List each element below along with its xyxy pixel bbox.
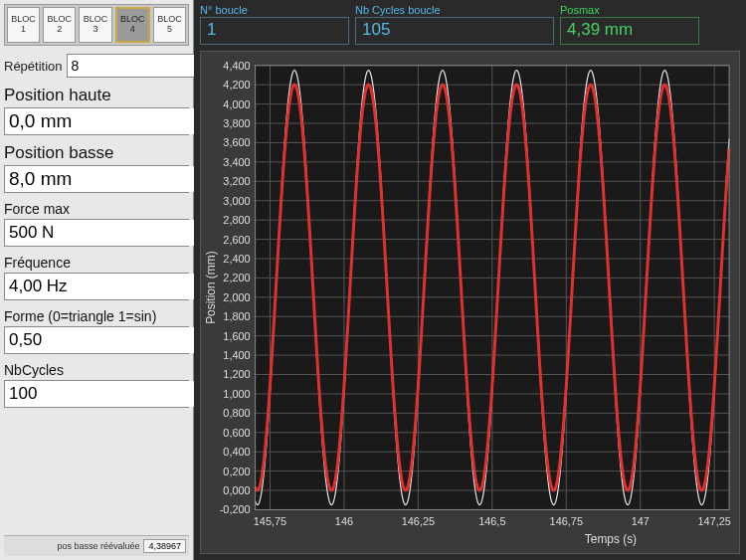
svg-text:1,800: 1,800 [223,310,250,322]
svg-text:3,600: 3,600 [223,136,250,148]
svg-text:4,200: 4,200 [223,79,250,91]
svg-text:-0,200: -0,200 [220,503,251,515]
bloc-tab-3[interactable]: BLOC3 [79,7,111,43]
svg-text:0,400: 0,400 [223,446,250,458]
svg-text:0,200: 0,200 [223,466,250,477]
svg-text:0,000: 0,000 [223,484,250,496]
param-label-2: Force max [4,201,189,217]
svg-text:0,600: 0,600 [223,427,250,439]
header: N° boucle 1 Nb Cycles boucle 105 Posmax … [194,0,746,47]
bloc-tab-5[interactable]: BLOC5 [153,7,186,43]
sidebar: BLOC1BLOC2BLOC3BLOC4BLOC5 Répétition ▲▼ … [0,0,194,560]
cycles-label: Nb Cycles boucle [355,4,554,16]
svg-text:3,400: 3,400 [223,156,250,168]
repetition-label: Répétition [4,59,63,74]
svg-text:146: 146 [335,515,353,527]
svg-text:0,800: 0,800 [223,407,250,419]
footer-row: pos basse réévaluée 4,38967 [4,535,189,556]
svg-text:147,25: 147,25 [698,515,731,527]
param-input-2[interactable] [5,220,224,246]
svg-text:4,400: 4,400 [223,60,250,72]
svg-text:Temps (s): Temps (s) [585,532,637,546]
svg-text:1,000: 1,000 [223,388,250,400]
param-label-3: Fréquence [4,255,189,271]
svg-text:4,000: 4,000 [223,98,250,110]
svg-text:146,25: 146,25 [402,515,435,527]
param-label-5: NbCycles [4,362,189,378]
svg-text:2,000: 2,000 [223,291,250,303]
main-panel: N° boucle 1 Nb Cycles boucle 105 Posmax … [194,0,746,560]
svg-text:2,800: 2,800 [223,214,250,226]
param-label-0: Position haute [4,86,189,105]
svg-text:3,200: 3,200 [223,175,250,187]
cycles-value[interactable]: 105 [355,17,554,45]
svg-text:Position (mm): Position (mm) [204,251,218,323]
param-label-4: Forme (0=triangle 1=sin) [4,308,189,324]
bloc-tab-4[interactable]: BLOC4 [115,7,150,43]
param-input-5[interactable] [5,381,224,407]
svg-text:2,200: 2,200 [223,272,250,283]
bloc-tabs: BLOC1BLOC2BLOC3BLOC4BLOC5 [4,4,189,46]
bloc-tab-1[interactable]: BLOC1 [7,7,40,43]
footer-value: 4,38967 [143,539,186,553]
boucle-value[interactable]: 1 [200,17,349,45]
svg-text:1,400: 1,400 [223,349,250,361]
param-label-1: Position basse [4,143,189,163]
boucle-label: N° boucle [200,4,349,16]
footer-label: pos basse réévaluée [57,541,139,551]
svg-text:146,75: 146,75 [550,515,583,527]
svg-text:147: 147 [632,515,650,527]
chart: -0,2000,0000,2000,4000,6000,8001,0001,20… [200,51,740,554]
svg-text:146,5: 146,5 [478,515,505,527]
param-input-3[interactable] [5,274,224,299]
svg-text:2,600: 2,600 [223,234,250,246]
chart-svg: -0,2000,0000,2000,4000,6000,8001,0001,20… [201,52,739,553]
svg-text:3,000: 3,000 [223,195,250,207]
svg-text:1,600: 1,600 [223,330,250,342]
bloc-tab-2[interactable]: BLOC2 [43,7,76,43]
svg-text:2,400: 2,400 [223,253,250,265]
svg-text:145,75: 145,75 [254,515,286,527]
svg-text:1,200: 1,200 [223,368,250,380]
param-input-4[interactable] [5,327,224,353]
posmax-label: Posmax [560,4,740,16]
svg-text:3,800: 3,800 [223,117,250,129]
posmax-value: 4,39 mm [560,17,699,45]
